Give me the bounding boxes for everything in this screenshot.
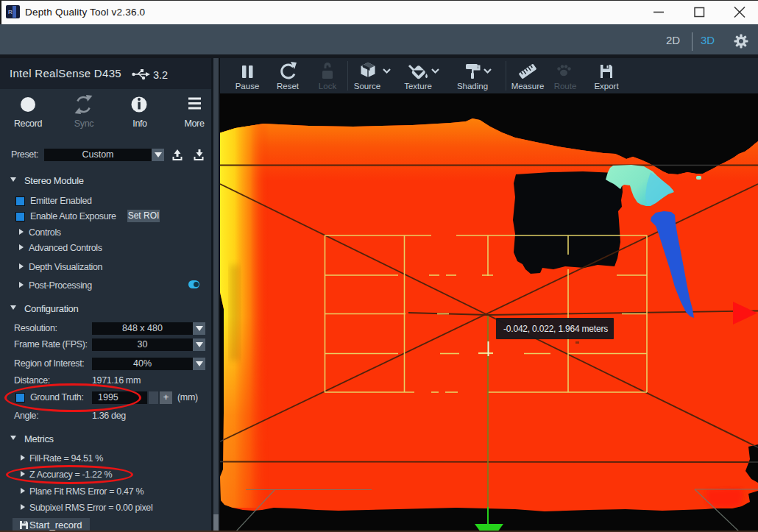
svg-text:-0.042, 0.022, 1.964 meters: -0.042, 0.022, 1.964 meters (503, 324, 608, 334)
